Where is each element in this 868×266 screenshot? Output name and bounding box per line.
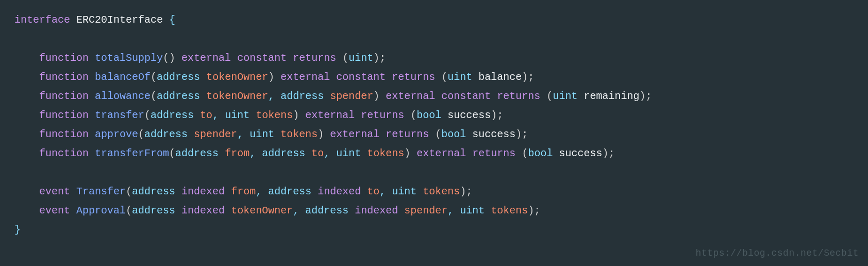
kw-returns: returns xyxy=(497,90,540,102)
fn-name: transferFrom xyxy=(95,147,169,159)
paren-open: ( xyxy=(410,109,416,121)
param-name: tokens xyxy=(423,186,460,197)
kw-indexed: indexed xyxy=(181,186,225,197)
param-type: uint xyxy=(336,147,361,159)
param-name: tokenOwner xyxy=(231,205,293,217)
paren-open: ( xyxy=(441,71,447,83)
paren-close: ); xyxy=(515,128,528,140)
paren-close: ) xyxy=(373,90,379,102)
paren-open: ( xyxy=(126,186,132,197)
kw-event: event xyxy=(39,186,70,197)
code-block: interface ERC20Interface { function tota… xyxy=(14,10,854,239)
paren-open: ( xyxy=(151,71,157,83)
comma: , xyxy=(249,147,256,159)
paren-open: ( xyxy=(144,109,151,121)
paren-open: ( xyxy=(342,52,348,64)
kw-returns: returns xyxy=(386,128,429,140)
param-type: uint xyxy=(249,128,274,140)
ret-name: success xyxy=(559,147,602,159)
param-name: from xyxy=(231,186,256,197)
param-name: to xyxy=(311,147,324,159)
kw-returns: returns xyxy=(472,147,515,159)
kw-external: external xyxy=(330,128,379,140)
param-name: from xyxy=(225,147,249,159)
paren-close: ); xyxy=(639,90,652,102)
param-type: address xyxy=(175,147,219,159)
interface-name: ERC20Interface xyxy=(76,14,163,26)
param-name: tokens xyxy=(367,147,404,159)
param-name: spender xyxy=(404,205,447,217)
kw-constant: constant xyxy=(237,52,287,64)
kw-function: function xyxy=(39,90,89,102)
kw-external: external xyxy=(181,52,231,64)
paren-close: ); xyxy=(491,109,503,121)
comma: , xyxy=(324,147,330,159)
param-type: address xyxy=(157,90,200,102)
kw-interface: interface xyxy=(14,14,70,26)
param-name: tokenOwner xyxy=(206,71,268,83)
ret-type: uint xyxy=(348,52,373,64)
fn-name: transfer xyxy=(95,109,144,121)
comma: , xyxy=(237,128,243,140)
kw-indexed: indexed xyxy=(318,186,361,197)
param-name: spender xyxy=(330,90,373,102)
ret-type: uint xyxy=(553,90,577,102)
param-type: uint xyxy=(460,205,485,217)
kw-indexed: indexed xyxy=(355,205,398,217)
comma: , xyxy=(379,186,386,197)
event-name: Approval xyxy=(76,205,126,217)
ret-name: success xyxy=(447,109,491,121)
paren-open: ( xyxy=(138,128,144,140)
paren-open: ( xyxy=(126,205,132,217)
paren-open: ( xyxy=(169,147,175,159)
comma: , xyxy=(447,205,454,217)
paren-open: ( xyxy=(435,128,441,140)
ret-name: balance xyxy=(478,71,522,83)
parens: () xyxy=(163,52,175,64)
param-type: address xyxy=(280,90,324,102)
param-name: spender xyxy=(194,128,237,140)
paren-close: ) xyxy=(293,109,299,121)
paren-close: ); xyxy=(373,52,386,64)
kw-indexed: indexed xyxy=(181,205,225,217)
kw-external: external xyxy=(386,90,435,102)
comma: , xyxy=(268,90,274,102)
kw-constant: constant xyxy=(336,71,386,83)
paren-close: ); xyxy=(528,205,540,217)
kw-function: function xyxy=(39,128,89,140)
kw-returns: returns xyxy=(361,109,404,121)
paren-open: ( xyxy=(151,90,157,102)
param-type: uint xyxy=(225,109,249,121)
param-type: address xyxy=(157,71,200,83)
kw-external: external xyxy=(280,71,330,83)
param-type: address xyxy=(132,186,175,197)
param-type: address xyxy=(262,147,305,159)
param-type: address xyxy=(268,186,311,197)
param-type: address xyxy=(144,128,188,140)
comma: , xyxy=(256,186,262,197)
param-type: address xyxy=(305,205,348,217)
paren-close: ) xyxy=(404,147,410,159)
kw-function: function xyxy=(39,52,89,64)
param-type: address xyxy=(151,109,194,121)
paren-open: ( xyxy=(522,147,528,159)
ret-type: bool xyxy=(441,128,466,140)
brace-close: } xyxy=(14,224,21,236)
paren-close: ) xyxy=(318,128,324,140)
ret-type: bool xyxy=(416,109,441,121)
paren-open: ( xyxy=(546,90,553,102)
brace-open: { xyxy=(169,14,175,26)
kw-function: function xyxy=(39,109,89,121)
fn-name: allowance xyxy=(95,90,151,102)
kw-external: external xyxy=(305,109,355,121)
fn-name: totalSupply xyxy=(95,52,163,64)
param-type: address xyxy=(132,205,175,217)
paren-close: ) xyxy=(268,71,274,83)
ret-type: uint xyxy=(447,71,472,83)
param-name: to xyxy=(367,186,379,197)
kw-event: event xyxy=(39,205,70,217)
comma: , xyxy=(293,205,299,217)
param-type: uint xyxy=(392,186,416,197)
ret-type: bool xyxy=(528,147,553,159)
param-name: tokens xyxy=(256,109,293,121)
